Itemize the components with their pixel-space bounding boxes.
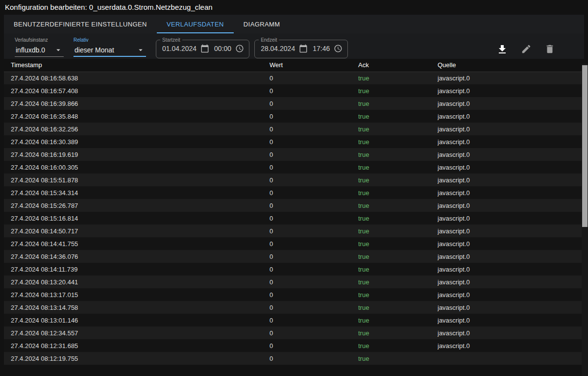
tab-label: BENUTZERDEFINIERTE EINSTELLUNGEN (14, 21, 147, 28)
clock-icon[interactable] (334, 44, 343, 53)
cell-timestamp: 27.4.2024 08:15:26.787 (4, 199, 270, 212)
cell-timestamp: 27.4.2024 08:16:00.305 (4, 161, 270, 174)
delete-button[interactable] (542, 41, 558, 58)
page-title: Konfiguration bearbeiten: 0_userdata.0.S… (5, 3, 583, 11)
start-time-group-label: Startzeit (160, 37, 182, 43)
cell-quelle: javascript.0 (438, 276, 584, 288)
cell-wert: 0 (270, 314, 358, 326)
cell-quelle: javascript.0 (438, 110, 584, 123)
column-header-timestamp: Timestamp (4, 59, 270, 72)
table-row: 27.4.2024 08:16:58.638 0 true javascript… (4, 72, 584, 84)
column-header-wert: Wert (270, 59, 358, 72)
table-row: 27.4.2024 08:12:34.557 0 true javascript… (4, 326, 584, 339)
cell-timestamp: 27.4.2024 08:16:32.256 (4, 123, 270, 135)
cell-timestamp: 27.4.2024 08:14:50.717 (4, 225, 270, 237)
table-row: 27.4.2024 08:15:26.787 0 true javascript… (4, 199, 584, 212)
cell-quelle (438, 352, 584, 365)
calendar-icon[interactable] (200, 44, 209, 53)
table-row: 27.4.2024 08:13:14.758 0 true javascript… (4, 301, 584, 314)
cell-quelle: javascript.0 (438, 72, 584, 84)
cell-quelle: javascript.0 (438, 186, 584, 199)
cell-ack: true (358, 314, 438, 326)
table-row: 27.4.2024 08:15:51.878 0 true javascript… (4, 174, 584, 186)
cell-timestamp: 27.4.2024 08:16:19.619 (4, 148, 270, 161)
cell-quelle: javascript.0 (438, 123, 584, 135)
tab-diagramm[interactable]: DIAGRAMM (234, 15, 290, 33)
history-table: Timestamp Wert Ack Quelle 27.4.2024 08:1… (4, 59, 584, 365)
cell-timestamp: 27.4.2024 08:13:20.441 (4, 276, 270, 288)
cell-quelle: javascript.0 (438, 288, 584, 301)
cell-timestamp: 27.4.2024 08:14:11.739 (4, 263, 270, 276)
title-bar: Konfiguration bearbeiten: 0_userdata.0.S… (0, 0, 588, 15)
end-date-input[interactable]: 28.04.2024 (261, 45, 295, 52)
cell-wert: 0 (270, 225, 358, 237)
table-row: 27.4.2024 08:13:17.015 0 true javascript… (4, 288, 584, 301)
scrollbar[interactable] (582, 64, 588, 376)
cell-ack: true (358, 339, 438, 352)
table-row: 27.4.2024 08:14:50.717 0 true javascript… (4, 225, 584, 237)
cell-wert: 0 (270, 123, 358, 135)
cell-timestamp: 27.4.2024 08:15:51.878 (4, 174, 270, 186)
end-time-group: Endzeit 28.04.2024 17:46 (254, 37, 348, 58)
start-time-group: Startzeit 01.04.2024 00:00 (156, 37, 249, 58)
cell-timestamp: 27.4.2024 08:16:35.848 (4, 110, 270, 123)
tab-label: DIAGRAMM (244, 21, 280, 28)
cell-wert: 0 (270, 97, 358, 110)
cell-ack: true (358, 123, 438, 135)
cell-quelle: javascript.0 (438, 250, 584, 263)
cell-wert: 0 (270, 186, 358, 199)
cell-timestamp: 27.4.2024 08:12:34.557 (4, 326, 270, 339)
tab-verlaufsdaten[interactable]: VERLAUFSDATEN (157, 15, 234, 33)
history-instance-label: Verlaufsinstanz (15, 37, 64, 43)
cell-quelle: javascript.0 (438, 314, 584, 326)
cell-ack: true (358, 326, 438, 339)
cell-wert: 0 (270, 301, 358, 314)
clock-icon[interactable] (235, 44, 244, 53)
cell-timestamp: 27.4.2024 08:16:30.389 (4, 135, 270, 148)
cell-wert: 0 (270, 250, 358, 263)
download-button[interactable] (494, 41, 511, 59)
history-instance-select[interactable]: influxdb.0 (15, 46, 64, 57)
edit-button[interactable] (518, 41, 534, 58)
cell-timestamp: 27.4.2024 08:13:14.758 (4, 301, 270, 314)
cell-timestamp: 27.4.2024 08:13:17.015 (4, 288, 270, 301)
cell-ack: true (358, 161, 438, 174)
cell-quelle: javascript.0 (438, 301, 584, 314)
relative-range-select[interactable]: dieser Monat (74, 46, 146, 57)
cell-timestamp: 27.4.2024 08:16:39.866 (4, 97, 270, 110)
start-date-input[interactable]: 01.04.2024 (162, 45, 196, 52)
download-icon (496, 44, 508, 57)
cell-quelle: javascript.0 (438, 225, 584, 237)
cell-wert: 0 (270, 263, 358, 276)
cell-wert: 0 (270, 174, 358, 186)
cell-ack: true (358, 225, 438, 237)
table-row: 27.4.2024 08:12:19.755 0 true (4, 352, 584, 365)
cell-wert: 0 (270, 110, 358, 123)
cell-ack: true (358, 199, 438, 212)
table-row: 27.4.2024 08:13:20.441 0 true javascript… (4, 276, 584, 288)
cell-quelle: javascript.0 (438, 326, 584, 339)
cell-wert: 0 (270, 148, 358, 161)
table-row: 27.4.2024 08:14:36.076 0 true javascript… (4, 250, 584, 263)
chevron-down-icon (54, 46, 63, 54)
cell-timestamp: 27.4.2024 08:15:16.814 (4, 212, 270, 225)
tab-benutzerdefinierte-einstellungen[interactable]: BENUTZERDEFINIERTE EINSTELLUNGEN (4, 15, 157, 33)
cell-quelle: javascript.0 (438, 84, 584, 97)
cell-ack: true (358, 288, 438, 301)
table-row: 27.4.2024 08:16:39.866 0 true javascript… (4, 97, 584, 110)
cell-wert: 0 (270, 161, 358, 174)
cell-quelle: javascript.0 (438, 199, 584, 212)
cell-wert: 0 (270, 212, 358, 225)
table-row: 27.4.2024 08:15:16.814 0 true javascript… (4, 212, 584, 225)
table-row: 27.4.2024 08:14:41.755 0 true javascript… (4, 237, 584, 250)
cell-ack: true (358, 301, 438, 314)
end-time-input[interactable]: 17:46 (313, 45, 330, 52)
scrollbar-thumb[interactable] (582, 65, 588, 227)
table-row: 27.4.2024 08:16:00.305 0 true javascript… (4, 161, 584, 174)
end-time-group-label: Endzeit (259, 37, 279, 43)
toolbar: Verlaufsinstanz influxdb.0 Relativ diese… (4, 33, 584, 59)
start-time-input[interactable]: 00:00 (214, 45, 231, 52)
calendar-icon[interactable] (299, 44, 308, 53)
cell-ack: true (358, 186, 438, 199)
history-instance-field: Verlaufsinstanz influxdb.0 (15, 37, 64, 57)
